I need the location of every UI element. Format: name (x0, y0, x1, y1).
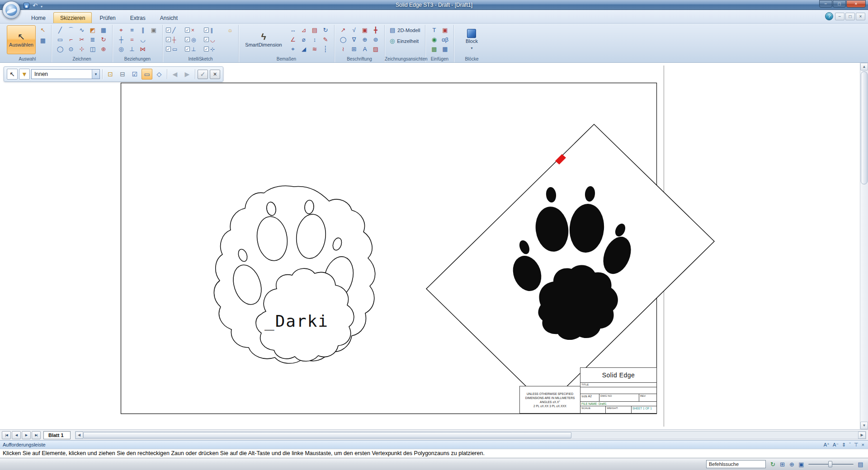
move-icon[interactable]: ⊕ (99, 45, 108, 54)
circle-icon[interactable]: ◯ (55, 45, 65, 54)
curve-icon[interactable]: ∿ (77, 26, 87, 35)
auto-dimension-icon[interactable]: ▤ (310, 26, 320, 35)
horizontal-scroll-thumb[interactable] (83, 432, 571, 438)
midpoint-checkbox[interactable]: ✓ (166, 37, 171, 42)
fillet-icon[interactable]: ⌐ (66, 35, 76, 44)
datum-target-icon[interactable]: ⊕ (360, 35, 370, 44)
select-cursor-icon[interactable]: ↖ (7, 69, 18, 80)
tangent[interactable]: ✓◡ (204, 37, 223, 43)
parallel-checkbox[interactable]: ✓ (204, 28, 209, 33)
doc-restore-button[interactable]: □ (845, 13, 855, 20)
edge-point[interactable]: ✓▭ (166, 46, 185, 52)
auswaehlen-button[interactable]: ↖ Auswählen (7, 25, 36, 54)
callout-icon[interactable]: ↗ (338, 26, 348, 35)
center-point-checkbox[interactable]: ✓ (185, 37, 190, 42)
trim-icon[interactable]: ✂ (77, 35, 87, 44)
quick-access-options-icon[interactable] (41, 1, 42, 9)
tangent-checkbox[interactable]: ✓ (204, 37, 209, 42)
rectangle-icon[interactable]: ▭ (55, 35, 65, 44)
zoom-slider[interactable] (808, 461, 854, 468)
next-selection-icon[interactable]: ▶ (182, 69, 193, 80)
point-icon[interactable]: ⊹ (77, 45, 87, 54)
offset-icon[interactable]: ≣ (88, 35, 98, 44)
include-overlapping-icon[interactable]: ⊡ (105, 69, 116, 80)
collinear-icon[interactable]: ≡ (127, 26, 137, 35)
endpoint-checkbox[interactable]: ✓ (166, 28, 171, 33)
tab-prüfen[interactable]: Prüfen (93, 12, 122, 23)
intersection-point-checkbox[interactable]: ✓ (185, 28, 190, 33)
selection-filter-icon[interactable]: ▼ (19, 69, 30, 80)
table-icon[interactable]: ▦ (440, 45, 450, 54)
rectangle-fence-icon[interactable]: ▭ (142, 69, 152, 80)
vertical-scrollbar[interactable]: ▲ ▼ (860, 63, 868, 429)
select-filter-icon[interactable]: ▦ (38, 36, 48, 45)
save-icon[interactable] (24, 3, 29, 9)
command-search-input[interactable] (706, 460, 766, 468)
2d-modell-button[interactable]: ▤ 2D-Modell (388, 25, 422, 35)
symmetric-icon[interactable]: ⋈ (138, 45, 148, 54)
vertical-scroll-thumb[interactable] (861, 71, 868, 184)
symbol-icon[interactable]: αβ (440, 35, 450, 44)
paw-sketch[interactable]: _Darki (214, 186, 375, 363)
next-sheet-button[interactable]: ▶ (22, 431, 31, 439)
equal-icon[interactable]: = (127, 35, 137, 44)
object-icon[interactable]: ▣ (440, 26, 450, 35)
angle-between-icon[interactable]: ∠ (288, 35, 298, 44)
feature-control-frame-icon[interactable]: ⊞ (349, 45, 359, 54)
horizontal-vertical[interactable]: ✓⊥ (185, 46, 204, 52)
last-sheet-button[interactable]: ▶| (32, 431, 41, 439)
bolt-circle-icon[interactable]: ⊚ (371, 35, 381, 44)
distance-between-icon[interactable]: ↔ (288, 26, 298, 35)
hyperlink-icon[interactable]: ◉ (429, 35, 439, 44)
include-inside-icon[interactable]: ⊟ (117, 69, 128, 80)
close-button[interactable]: × (846, 0, 866, 8)
line-icon[interactable]: ╱ (55, 26, 65, 35)
horizontal-scrollbar[interactable]: ◀ ▶ (75, 431, 866, 439)
edge-point-checkbox[interactable]: ✓ (166, 47, 171, 52)
previous-sheet-button[interactable]: ◀ (12, 431, 21, 439)
arrange-dimensions-icon[interactable]: ≋ (310, 45, 320, 54)
update-dimension-icon[interactable]: ↻ (321, 26, 330, 35)
maximize-button[interactable]: □ (833, 0, 846, 8)
update-view-icon[interactable]: ↻ (769, 460, 777, 468)
tab-home[interactable]: Home (24, 12, 52, 23)
surface-texture-icon[interactable]: √ (349, 26, 359, 35)
sketch-text[interactable]: _Darki (264, 312, 329, 331)
fit-icon[interactable]: ▣ (797, 460, 805, 468)
accept-icon[interactable]: ✓ (198, 70, 208, 79)
mirror-icon[interactable]: ◫ (88, 45, 98, 54)
endpoint[interactable]: ✓╱ (166, 27, 185, 33)
horizontal-vertical-icon[interactable]: ┼ (116, 35, 126, 44)
pattern-icon[interactable]: ▦ (99, 26, 108, 35)
zoom-area-icon[interactable]: ⊞ (778, 460, 786, 468)
zoom-slider-thumb[interactable] (828, 461, 832, 467)
cancel-icon[interactable]: × (210, 70, 220, 79)
intersection-point[interactable]: ✓× (185, 27, 204, 33)
selection-mode-dropdown[interactable]: Innen (31, 69, 100, 79)
autoscroll-icon[interactable]: ⇕ (842, 442, 846, 448)
block-button[interactable]: Block (457, 25, 486, 54)
datum-frame-icon[interactable]: ▣ (360, 26, 370, 35)
select-options-icon[interactable]: ↖ (38, 25, 48, 34)
text-icon[interactable]: T (429, 26, 439, 35)
collapse-panel-icon[interactable]: ˇ (849, 442, 851, 447)
perpendicular-icon[interactable]: ⊥ (127, 45, 137, 54)
centerline-icon[interactable]: ╋ (371, 26, 381, 35)
tangent-icon[interactable]: ◡ (138, 35, 148, 44)
midpoint[interactable]: ✓┼ (166, 37, 185, 43)
lock-icon[interactable]: ▣ (149, 26, 159, 35)
dimension-style-icon[interactable]: ✎ (321, 35, 330, 44)
weld-symbol-icon[interactable]: ≀ (338, 45, 348, 54)
close-panel-icon[interactable]: × (862, 442, 864, 447)
font-decrease-icon[interactable]: A⁻ (833, 442, 839, 448)
point-on-element-checkbox[interactable]: ✓ (204, 47, 209, 52)
parallel-icon[interactable]: ∥ (138, 26, 148, 35)
rotate-icon[interactable]: ↻ (99, 35, 108, 44)
tab-extras[interactable]: Extras (123, 12, 152, 23)
sheet-tab[interactable]: Blatt 1 (43, 431, 71, 439)
first-sheet-button[interactable]: |◀ (2, 431, 11, 439)
paw-image[interactable] (426, 124, 714, 406)
coordinate-dimension-icon[interactable]: ⌖ (288, 45, 298, 54)
parallel[interactable]: ✓∥ (204, 27, 223, 33)
symmetric-diameter-icon[interactable]: ⌀ (299, 35, 309, 44)
